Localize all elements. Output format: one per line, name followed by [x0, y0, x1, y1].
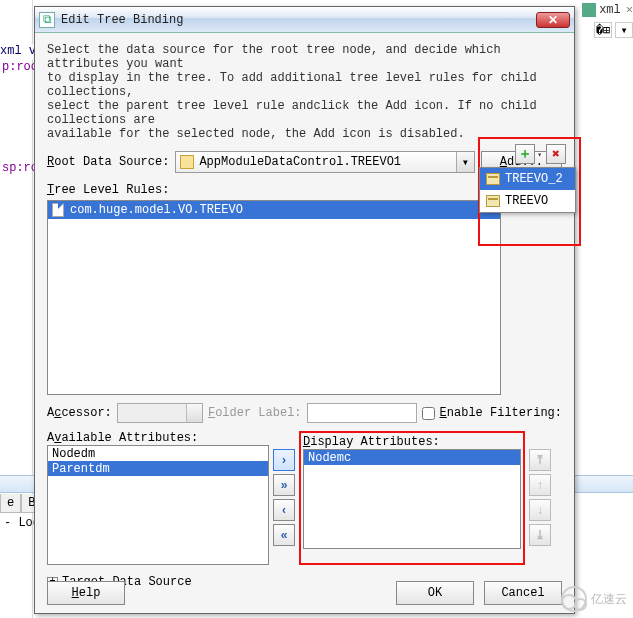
datasource-icon: [486, 195, 500, 207]
bg-tab-label: xml: [599, 3, 621, 17]
delete-icon: ✖: [552, 146, 560, 162]
help-button[interactable]: HelpHelp: [47, 581, 125, 605]
tree-level-rules-list[interactable]: com.huge.model.VO.TREEVO: [47, 200, 501, 395]
move-right-button[interactable]: ›: [273, 449, 295, 471]
watermark-text: 亿速云: [591, 591, 627, 608]
move-bottom-button[interactable]: ⤓: [529, 524, 551, 546]
move-all-left-button[interactable]: «: [273, 524, 295, 546]
move-down-button[interactable]: ↓: [529, 499, 551, 521]
file-icon: [52, 203, 64, 217]
list-item[interactable]: Nodemc: [304, 450, 520, 465]
bg-tab2-a[interactable]: e: [0, 494, 21, 513]
move-left-button[interactable]: ‹: [273, 499, 295, 521]
datasource-icon: [180, 155, 194, 169]
shuttle-buttons: › » ‹ «: [273, 449, 295, 565]
cancel-button[interactable]: Cancel: [484, 581, 562, 605]
enable-filtering-label: Enable Filtering:Enable Filtering:: [440, 406, 562, 420]
bg-tab[interactable]: xml ✕: [582, 2, 633, 17]
editor-toolbar-icons: �⊞ ▾: [594, 22, 633, 42]
move-up-button[interactable]: ↑: [529, 474, 551, 496]
ok-button[interactable]: OK: [396, 581, 474, 605]
watermark-icon: [561, 586, 587, 612]
close-button[interactable]: ✕: [536, 12, 570, 28]
plus-icon: ＋: [518, 145, 532, 163]
toolbar-icon[interactable]: �⊞: [594, 22, 612, 38]
folder-label-label: Folder Label:Folder Label:: [208, 406, 302, 420]
available-attributes-label: Available Attributes:Available Attribute…: [47, 431, 269, 445]
tree-rule-item[interactable]: com.huge.model.VO.TREEVO: [48, 201, 500, 219]
move-all-right-button[interactable]: »: [273, 474, 295, 496]
folder-label-input[interactable]: [307, 403, 417, 423]
accessor-combo[interactable]: [117, 403, 203, 423]
add-rule-button[interactable]: ＋: [515, 144, 535, 164]
toolbar-icon[interactable]: ▾: [615, 22, 633, 38]
instructions-text: Select the data source for the root tree…: [47, 43, 562, 141]
dialog-content: Select the data source for the root tree…: [35, 33, 574, 599]
display-attributes-list[interactable]: Nodemc: [303, 449, 521, 549]
chevron-down-icon[interactable]: ▾: [456, 152, 474, 172]
delete-rule-button[interactable]: ✖: [546, 144, 566, 164]
watermark: 亿速云: [561, 586, 627, 612]
accessor-label: Accessor:Accessor:: [47, 406, 112, 420]
dropdown-arrow-icon[interactable]: ▾: [537, 150, 542, 159]
list-item[interactable]: Nodedm: [48, 446, 268, 461]
rules-toolbar: ＋ ▾ ✖: [515, 144, 566, 164]
close-icon[interactable]: ✕: [626, 2, 633, 17]
tree-rule-text: com.huge.model.VO.TREEVO: [70, 203, 243, 217]
code-line: p:roo: [2, 60, 38, 74]
edit-tree-binding-dialog: ⧉ Edit Tree Binding ✕ Select the data so…: [34, 6, 575, 614]
display-attributes-label: Display Attributes:Display Attributes:: [303, 435, 521, 449]
dialog-footer: HelpHelp OK Cancel: [35, 581, 574, 605]
popup-item-label: TREEVO_2: [505, 172, 563, 186]
list-item[interactable]: Parentdm: [48, 461, 268, 476]
dialog-icon: ⧉: [39, 12, 55, 28]
datasource-icon: [486, 173, 500, 185]
popup-item-label: TREEVO: [505, 194, 548, 208]
available-attributes-list[interactable]: Nodedm Parentdm: [47, 445, 269, 565]
reorder-buttons: ⤒ ↑ ↓ ⤓: [529, 449, 551, 565]
root-data-source-combo[interactable]: AppModuleDataControl.TREEVO1 ▾: [175, 151, 474, 173]
move-top-button[interactable]: ⤒: [529, 449, 551, 471]
add-rule-popup: TREEVO_2 TREEVO: [479, 167, 576, 213]
code-line: sp:ro: [2, 161, 38, 175]
popup-item-treevo-2[interactable]: TREEVO_2: [480, 168, 575, 190]
enable-filtering-checkbox[interactable]: [422, 407, 435, 420]
titlebar[interactable]: ⧉ Edit Tree Binding ✕: [35, 7, 574, 33]
root-data-source-label: RRoot Data Source:oot Data Source:: [47, 155, 169, 169]
file-type-icon: [582, 3, 596, 17]
chevron-down-icon[interactable]: [186, 404, 202, 422]
popup-item-treevo[interactable]: TREEVO: [480, 190, 575, 212]
dialog-title: Edit Tree Binding: [61, 13, 536, 27]
root-data-source-value: AppModuleDataControl.TREEVO1: [199, 155, 401, 169]
